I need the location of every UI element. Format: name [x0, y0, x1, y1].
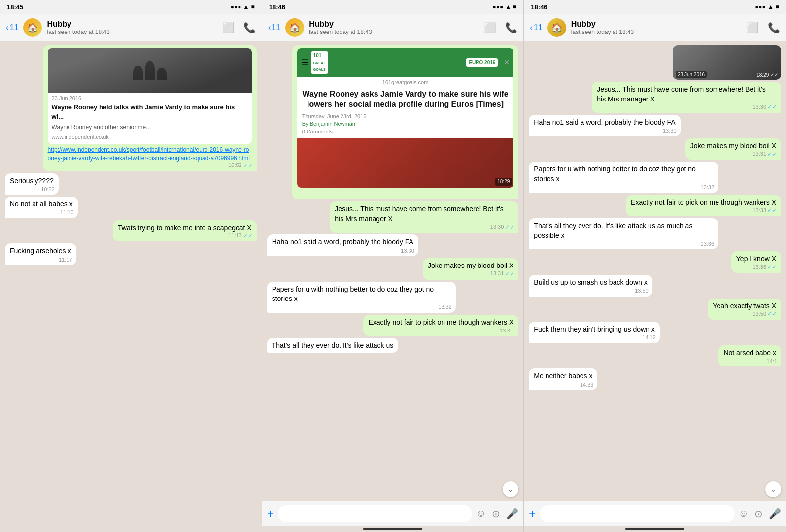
back-count-2: 11 — [272, 23, 280, 32]
ts-exactly: 13:3... — [500, 327, 515, 334]
link-preview-card: 23 Jun 2016 Wayne Rooney held talks with… — [48, 48, 252, 144]
scroll-down-button-2[interactable]: ⌄ — [503, 481, 518, 497]
chat-header-3: ‹ 11 🏠 Hubby last seen today at 18:43 ⬜ … — [524, 14, 786, 41]
wifi-icon-3: ▲ — [768, 3, 774, 10]
ts-yep-3: 13:36 ✓✓ — [752, 263, 777, 271]
ts-thats-3: 13:36 — [701, 240, 715, 248]
back-count-1: 11 — [10, 23, 19, 32]
status-bar-2: 18:46 ●●● ▲ ■ — [262, 0, 524, 14]
messages-area-2: ☰ 101 GREATGOALS EURO 2016 ✕ 101greatgoa… — [262, 41, 524, 501]
status-time-3: 18:46 — [531, 3, 547, 11]
camera-icon-3[interactable]: ⊙ — [754, 508, 763, 520]
article-card: ☰ 101 GREATGOALS EURO 2016 ✕ 101greatgoa… — [297, 48, 514, 188]
back-count-3: 11 — [534, 23, 543, 32]
ts-arseholes: 11:17 — [59, 256, 72, 264]
link-desc: Wayne Rooney and other senior me... — [48, 122, 252, 133]
home-indicator-2 — [363, 528, 422, 530]
status-icons-1: ●●● ▲ ■ — [231, 3, 255, 10]
plus-button-2[interactable]: + — [267, 507, 274, 521]
phone-panel-3: 18:46 ●●● ▲ ■ ‹ 11 🏠 Hubby last seen tod… — [524, 0, 786, 532]
chat-header-1: ‹ 11 🏠 Hubby last seen today at 18:43 ⬜ … — [0, 14, 262, 41]
ts-neither-3: 14:33 — [580, 381, 594, 389]
bubble-sent-link: 23 Jun 2016 Wayne Rooney held talks with… — [43, 45, 257, 171]
ts-notarsed-3: 14:1 — [767, 358, 777, 365]
bubble-recv-build-3: Build us up to smash us back down x 13:5… — [529, 275, 652, 297]
back-arrow-1: ‹ — [6, 23, 9, 33]
bubble-recv-haha: Haha no1 said a word, probably the blood… — [267, 234, 418, 256]
video-icon-2[interactable]: ⬜ — [484, 22, 496, 33]
camera-icon-2[interactable]: ⊙ — [492, 508, 500, 520]
header-icons-1: ⬜ 📞 — [222, 22, 256, 33]
video-icon-3[interactable]: ⬜ — [747, 22, 759, 33]
close-icon[interactable]: ✕ — [504, 58, 510, 67]
input-icons-3: ☺ ⊙ 🎤 — [739, 508, 781, 520]
plus-button-3[interactable]: + — [529, 507, 536, 521]
mic-icon-3[interactable]: 🎤 — [769, 508, 781, 520]
bubble-sent-yep-3: Yep I know X 13:36 ✓✓ — [731, 251, 781, 273]
article-site: 101greatgoals.com — [297, 77, 514, 86]
img-date-badge: 23 Jun 2016 — [676, 71, 707, 78]
bubble-recv-thats-3: That's all they ever do. It's like attac… — [529, 218, 718, 249]
header-icons-3: ⬜ 📞 — [747, 22, 780, 33]
ts-jesus: 13:30 ✓✓ — [490, 223, 515, 232]
header-icons-2: ⬜ 📞 — [484, 22, 517, 33]
status-time-2: 18:46 — [269, 3, 285, 11]
sticker-icon-3[interactable]: ☺ — [739, 508, 749, 519]
contact-status-3: last seen today at 18:43 — [571, 29, 742, 35]
scroll-down-button-3[interactable]: ⌄ — [765, 481, 781, 497]
back-button-3[interactable]: ‹ 11 — [530, 23, 542, 33]
messages-area-1: 23 Jun 2016 Wayne Rooney held talks with… — [0, 41, 262, 532]
bubble-sent-exactly-3: Exactly not fair to pick on me though wa… — [626, 195, 781, 217]
battery-icon: ■ — [251, 3, 254, 10]
link-href[interactable]: http://www.independent.co.uk/sport/footb… — [48, 146, 252, 163]
contact-info-3: Hubby last seen today at 18:43 — [571, 20, 742, 35]
ts-papers: 13:32 — [438, 303, 452, 311]
video-icon-1[interactable]: ⬜ — [222, 22, 235, 33]
article-img-time: 18:29 — [495, 178, 512, 186]
bubble-sent-jesus: Jesus... This must have come from somewh… — [330, 201, 518, 233]
ts-papers-3: 13:32 — [701, 184, 715, 191]
ts-joke: 13:31 ✓✓ — [490, 270, 515, 278]
back-button-2[interactable]: ‹ 11 — [268, 23, 280, 33]
mic-icon-2[interactable]: 🎤 — [506, 508, 518, 520]
avatar-2: 🏠 — [285, 18, 304, 37]
input-bar-3: + ☺ ⊙ 🎤 — [524, 501, 786, 526]
phone-icon-2[interactable]: 📞 — [505, 22, 517, 33]
ts-fuck-3: 14:12 — [642, 334, 656, 341]
ts-build-3: 13:50 — [635, 287, 649, 295]
link-date: 23 Jun 2016 — [48, 93, 252, 102]
signal-icon-3: ●●● — [755, 3, 766, 10]
article-logo: 101 GREATGOALS — [311, 51, 328, 74]
hamburger-icon: ☰ — [301, 57, 308, 68]
ts-haha: 13:30 — [401, 247, 414, 255]
article-image: 18:29 — [297, 138, 514, 188]
input-icons-2: ☺ ⊙ 🎤 — [476, 508, 518, 520]
bubble-article: ☰ 101 GREATGOALS EURO 2016 ✕ 101greatgoa… — [292, 45, 519, 200]
avatar-3: 🏠 — [547, 18, 566, 37]
status-icons-2: ●●● ▲ ■ — [492, 3, 516, 10]
sticker-icon-2[interactable]: ☺ — [476, 508, 486, 519]
bubble-recv-seriously: Seriously???? 10:52 — [5, 173, 59, 195]
back-button-1[interactable]: ‹ 11 — [6, 23, 18, 33]
bubble-sent-notarsed-3: Not arsed babe x 14:1 — [718, 345, 781, 367]
status-icons-3: ●●● ▲ ■ — [755, 3, 779, 10]
messages-area-3: 23 Jun 2016 18:29 ✓✓ Jesus... This must … — [524, 41, 786, 501]
message-input-3[interactable] — [540, 505, 734, 522]
bubble-recv-no: No not at all babes x 11:10 — [5, 197, 78, 218]
battery-icon-3: ■ — [776, 3, 779, 10]
status-bar-1: 18:45 ●●● ▲ ■ — [0, 0, 262, 14]
article-meta: Thursday, June 23rd, 2016 By Benjamin Ne… — [297, 113, 514, 138]
signal-icon: ●●● — [231, 3, 241, 10]
contact-name-3: Hubby — [571, 20, 742, 29]
ts-jesus-3: 13:30 ✓✓ — [752, 103, 777, 111]
message-input-2[interactable] — [278, 505, 472, 522]
ts-exactly-3: 13:33 ✓✓ — [752, 206, 777, 215]
bubble-recv-haha-3: Haha no1 said a word, probably the blood… — [529, 115, 680, 136]
phone-icon-1[interactable]: 📞 — [243, 22, 256, 33]
back-arrow-3: ‹ — [530, 23, 533, 33]
bubble-recv-arseholes: Fucking arseholes x 11:17 — [5, 243, 76, 265]
ts-haha-3: 13:30 — [663, 127, 677, 134]
back-arrow-2: ‹ — [268, 23, 271, 33]
read-tick: ✓✓ — [243, 162, 253, 170]
phone-icon-3[interactable]: 📞 — [768, 22, 780, 33]
